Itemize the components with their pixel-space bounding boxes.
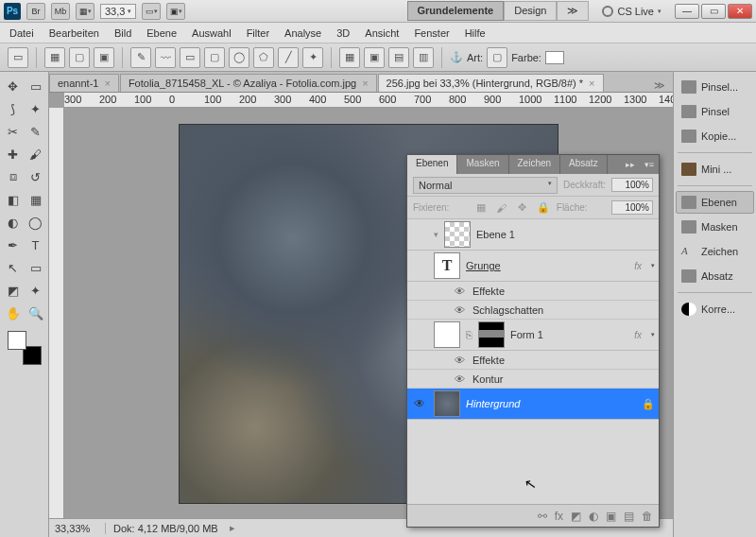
fill-mode[interactable]: ▣ [94, 47, 114, 68]
close-icon[interactable]: × [589, 78, 594, 89]
layers-panel[interactable]: Ebenen Masken Zeichen Absatz ▸▸ ▾≡ Norma… [406, 154, 660, 528]
menu-file[interactable]: Datei [9, 27, 34, 39]
lock-all-icon[interactable]: 🔒 [536, 200, 551, 216]
close-button[interactable]: ✕ [728, 4, 752, 19]
layer-name[interactable]: Form 1 [510, 329, 628, 340]
wand-tool[interactable]: ✦ [26, 98, 46, 119]
layer-effects[interactable]: 👁Effekte [407, 351, 659, 370]
menu-select[interactable]: Auswahl [192, 27, 232, 39]
blur-tool[interactable]: ◐ [3, 212, 24, 233]
new-layer-icon[interactable]: ▤ [624, 510, 634, 523]
layer-row-selected[interactable]: 👁 Hintergrund 🔒 [407, 389, 659, 420]
menu-image[interactable]: Bild [114, 27, 131, 39]
dock-clone[interactable]: Kopie... [676, 125, 754, 147]
visibility-toggle[interactable] [411, 326, 428, 343]
eraser-tool[interactable]: ◧ [3, 189, 24, 210]
maximize-button[interactable]: ▭ [701, 4, 726, 19]
fx-icon[interactable]: fx [555, 510, 563, 523]
fill-value[interactable]: 100% [611, 200, 653, 215]
menu-view[interactable]: Ansicht [365, 27, 399, 39]
layer-row[interactable]: T Grunge fx▾ [407, 251, 659, 282]
history-brush-tool[interactable]: ↺ [26, 166, 46, 187]
menu-3d[interactable]: 3D [336, 27, 350, 39]
mask-icon[interactable]: ◩ [571, 510, 581, 523]
tool-preset[interactable]: ▭ [8, 47, 28, 68]
custom-shape[interactable]: ✦ [302, 47, 323, 68]
shape-tool[interactable]: ▭ [26, 257, 46, 278]
path-tool[interactable]: ↖ [3, 257, 24, 278]
3d-tool[interactable]: ◩ [3, 280, 24, 301]
menu-help[interactable]: Hilfe [465, 27, 486, 39]
close-icon[interactable]: × [104, 78, 110, 89]
pen-icon[interactable]: ✎ [130, 47, 151, 68]
crop-tool[interactable]: ✂ [3, 121, 24, 142]
eye-icon[interactable]: 👁 [455, 304, 465, 316]
dock-masks[interactable]: Masken [676, 216, 754, 238]
eye-icon[interactable]: 👁 [455, 355, 465, 366]
menu-filter[interactable]: Filter [247, 27, 269, 39]
close-icon[interactable]: × [362, 78, 368, 89]
lock-transparency-icon[interactable]: ▦ [473, 200, 489, 216]
polygon-shape[interactable]: ⬠ [253, 47, 274, 68]
fx-badge[interactable]: fx [634, 261, 642, 271]
rect-shape[interactable]: ▭ [180, 47, 200, 68]
heal-tool[interactable]: ✚ [3, 144, 24, 165]
menu-edit[interactable]: Bearbeiten [49, 27, 99, 39]
dock-adjustments[interactable]: Korre... [676, 298, 754, 320]
layer-name[interactable]: Grunge [466, 260, 628, 271]
menu-layer[interactable]: Ebene [146, 27, 177, 39]
layer-name[interactable]: Ebene 1 [476, 229, 655, 240]
dock-brush[interactable]: Pinsel [676, 100, 754, 123]
fx-badge[interactable]: fx [634, 330, 642, 340]
blend-mode[interactable]: Normal▾ [413, 177, 558, 194]
opacity-value[interactable]: 100% [611, 178, 653, 192]
lock-pixels-icon[interactable]: 🖌 [494, 200, 509, 216]
style-picker[interactable]: ▢ [487, 47, 507, 68]
eye-icon[interactable]: 👁 [455, 286, 465, 297]
visibility-toggle[interactable] [411, 226, 428, 243]
3d-camera-tool[interactable]: ✦ [26, 280, 46, 301]
screenmode-button[interactable]: ▣▾ [166, 3, 185, 20]
menu-window[interactable]: Fenster [414, 27, 449, 39]
menu-analysis[interactable]: Analyse [284, 27, 321, 39]
workspace-design[interactable]: Design [504, 1, 557, 21]
tab-1[interactable]: enannt-1× [49, 74, 119, 92]
lock-position-icon[interactable]: ✥ [515, 200, 530, 216]
brush-tool[interactable]: 🖌 [26, 144, 46, 165]
freeform-pen-icon[interactable]: 〰 [155, 47, 176, 68]
lasso-tool[interactable]: ⟆ [3, 98, 24, 119]
dock-minibridge[interactable]: Mini ... [676, 158, 754, 181]
layer-row[interactable]: ▾ Ebene 1 [407, 219, 659, 251]
line-shape[interactable]: ╱ [278, 47, 299, 68]
move-tool[interactable]: ✥ [3, 76, 24, 96]
layer-effects[interactable]: 👁Effekte [407, 282, 659, 301]
pen-tool[interactable]: ✒ [3, 234, 24, 255]
status-zoom[interactable]: 33,33% [49, 523, 106, 534]
minibridge-button[interactable]: Mb [51, 3, 70, 20]
path-mode[interactable]: ▢ [69, 47, 90, 68]
workspace-essentials[interactable]: Grundelemente [407, 1, 505, 21]
tab-layers[interactable]: Ebenen [407, 155, 457, 174]
cslive-button[interactable]: CS Live▾ [602, 6, 662, 17]
selection-tool[interactable]: ▭ [26, 76, 46, 96]
combine-add[interactable]: ▣ [364, 47, 385, 68]
tab-paragraph[interactable]: Absatz [560, 155, 608, 174]
dock-brush-presets[interactable]: Pinsel... [676, 76, 754, 98]
panel-menu-icon[interactable]: ▾≡ [640, 155, 659, 174]
hand-tool[interactable]: ✋ [3, 303, 24, 323]
workspace-more[interactable]: ≫ [557, 1, 589, 21]
panel-collapse-icon[interactable]: ▸▸ [621, 155, 640, 174]
combine-subtract[interactable]: ▤ [388, 47, 409, 68]
tab-3[interactable]: 256.jpg bei 33,3% (Hintergrund, RGB/8#) … [378, 74, 604, 92]
tab-2[interactable]: Fotolia_8715458_XL - © Azaliya - Fotolia… [120, 74, 377, 92]
link-icon[interactable]: ⚯ [538, 510, 547, 523]
adjustment-icon[interactable]: ◐ [589, 510, 598, 523]
type-tool[interactable]: T [26, 234, 46, 255]
minimize-button[interactable]: — [675, 4, 699, 19]
gradient-tool[interactable]: ▦ [26, 189, 46, 210]
dodge-tool[interactable]: ◯ [26, 212, 46, 233]
arrange-button[interactable]: ▭▾ [142, 3, 161, 20]
combine-new[interactable]: ▦ [339, 47, 360, 68]
layer-name[interactable]: Hintergrund [466, 398, 636, 409]
eyedropper-tool[interactable]: ✎ [26, 121, 46, 142]
